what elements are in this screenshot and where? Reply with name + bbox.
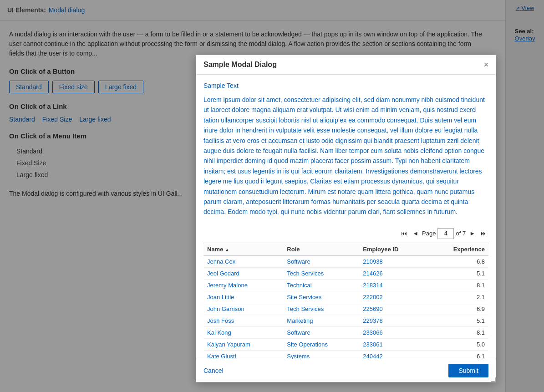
first-page-button[interactable]: ⏮ [399,229,409,238]
table-row: Josh FossMarketing2293785.1 [203,315,488,326]
cell-experience: 5.1 [427,315,488,326]
cell-name[interactable]: Jeremy Malone [203,279,283,291]
cell-role[interactable]: Software [283,255,359,267]
cell-name[interactable]: Jeol Godard [203,267,283,279]
cell-employee-id[interactable]: 229378 [359,315,427,326]
cell-role[interactable]: Site Operations [283,338,359,350]
cell-role[interactable]: Technical [283,279,359,291]
table-row: Jenna CoxSoftware2109386.8 [203,255,488,267]
modal-footer: Cancel Submit [196,359,496,382]
sample-text-label: Sample Text [203,82,488,89]
table-row: Kate GiustiSystems2404426.1 [203,350,488,359]
cell-role[interactable]: Tech Services [283,267,359,279]
page-label: Page [422,230,436,237]
cell-name[interactable]: Kai Kong [203,326,283,338]
cell-role[interactable]: Software [283,326,359,338]
next-page-button[interactable]: ► [468,229,477,238]
cell-name[interactable]: Jenna Cox [203,255,283,267]
cell-experience: 8.1 [427,279,488,291]
col-name: Name ▲ [203,243,283,255]
cancel-button[interactable]: Cancel [203,367,224,374]
cell-role[interactable]: Systems [283,350,359,359]
resize-handle[interactable] [490,377,496,382]
data-table: Name ▲ Role Employee ID Experience Jenna… [203,243,488,359]
cell-role[interactable]: Marketing [283,315,359,326]
col-role: Role [283,243,359,255]
cell-employee-id[interactable]: 240442 [359,350,427,359]
cell-experience: 5.0 [427,338,488,350]
table-row: Jeremy MaloneTechnical2183148.1 [203,279,488,291]
modal-title: Sample Modal Dialog [203,61,277,69]
cell-employee-id[interactable]: 218314 [359,279,427,291]
cell-experience: 6.1 [427,350,488,359]
col-employee-id: Employee ID [359,243,427,255]
cell-role[interactable]: Tech Services [283,303,359,315]
table-row: Kai KongSoftware2330668.1 [203,326,488,338]
of-label: of 7 [456,230,466,237]
cell-employee-id[interactable]: 233061 [359,338,427,350]
pagination: ⏮ ◄ Page of 7 ► ⏭ [203,224,488,243]
cell-experience: 2.1 [427,291,488,303]
last-page-button[interactable]: ⏭ [479,229,488,238]
table-row: Jeol GodardTech Services2146265.1 [203,267,488,279]
cell-employee-id[interactable]: 222002 [359,291,427,303]
cell-employee-id[interactable]: 225690 [359,303,427,315]
cell-experience: 5.1 [427,267,488,279]
table-row: Kalyan YapuramSite Operations2330615.0 [203,338,488,350]
page-input[interactable] [437,228,454,239]
cell-employee-id[interactable]: 210938 [359,255,427,267]
cell-name[interactable]: Kalyan Yapuram [203,338,283,350]
modal-dialog: Sample Modal Dialog × Sample Text Lorem … [196,55,496,382]
cell-experience: 8.1 [427,326,488,338]
lorem-text: Lorem ipsum dolor sit amet, consectetuer… [203,95,488,217]
prev-page-button[interactable]: ◄ [411,229,420,238]
modal-header: Sample Modal Dialog × [196,55,496,75]
col-experience: Experience [427,243,488,255]
cell-name[interactable]: Kate Giusti [203,350,283,359]
cell-employee-id[interactable]: 233066 [359,326,427,338]
cell-experience: 6.9 [427,303,488,315]
cell-role[interactable]: Site Services [283,291,359,303]
page-wrapper: UI Elements: Modal dialog ↗ View See al:… [0,0,544,392]
cell-name[interactable]: Joan Little [203,291,283,303]
modal-body: Sample Text Lorem ipsum dolor sit amet, … [196,75,496,359]
table-row: Joan LittleSite Services2220022.1 [203,291,488,303]
submit-button[interactable]: Submit [448,364,488,377]
cell-employee-id[interactable]: 214626 [359,267,427,279]
cell-experience: 6.8 [427,255,488,267]
cell-name[interactable]: Josh Foss [203,315,283,326]
cell-name[interactable]: John Garrison [203,303,283,315]
table-row: John GarrisonTech Services2256906.9 [203,303,488,315]
modal-close-button[interactable]: × [483,61,488,69]
